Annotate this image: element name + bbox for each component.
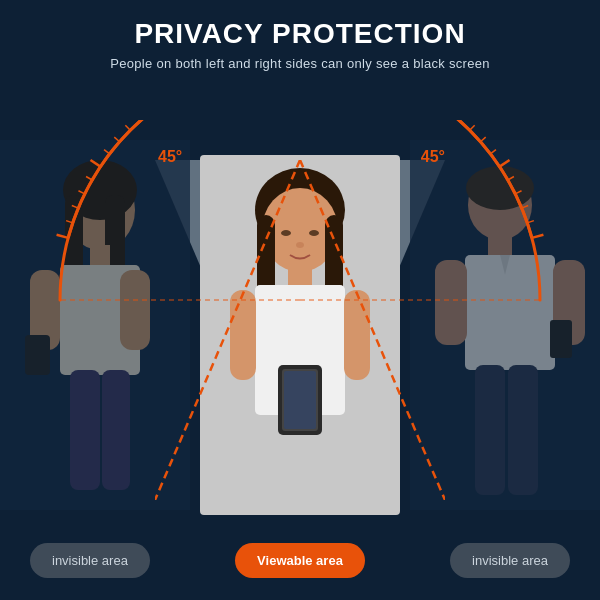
labels-row: invisible area Viewable area invisible a… <box>0 543 600 578</box>
angle-label-right: 45° <box>421 148 445 166</box>
label-invisible-right: invisible area <box>450 543 570 578</box>
page-subtitle: People on both left and right sides can … <box>110 56 490 71</box>
label-invisible-left: invisible area <box>30 543 150 578</box>
page-title: PRIVACY PROTECTION <box>110 18 490 50</box>
label-viewable: Viewable area <box>235 543 365 578</box>
arc-diagram <box>50 120 550 320</box>
svg-rect-82 <box>284 371 316 429</box>
header-section: PRIVACY PROTECTION People on both left a… <box>110 0 490 71</box>
main-container: PRIVACY PROTECTION People on both left a… <box>0 0 600 600</box>
angle-label-left: 45° <box>158 148 182 166</box>
arc-svg <box>50 120 550 320</box>
